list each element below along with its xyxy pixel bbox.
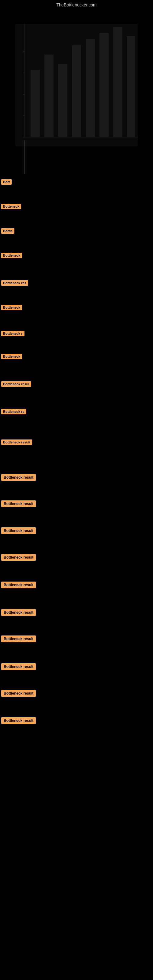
chart-area bbox=[0, 9, 153, 177]
bottleneck-item-9: Bottleneck resul bbox=[1, 379, 32, 389]
bottleneck-item-2: Botteneck bbox=[1, 202, 22, 211]
bottleneck-item-7: Bottleneck r bbox=[1, 329, 25, 338]
bottleneck-label-12: Bottleneck result bbox=[1, 474, 36, 481]
bottleneck-item-14: Bottleneck result bbox=[1, 525, 37, 536]
results-container: Bott Botteneck Bottle Bottleneck Bottlen… bbox=[0, 177, 153, 744]
bottleneck-label-17: Bottleneck result bbox=[1, 609, 36, 616]
bottleneck-item-5: Bottleneck res bbox=[1, 278, 29, 288]
bottleneck-item-4: Bottleneck bbox=[1, 250, 22, 260]
bottleneck-item-19: Bottleneck result bbox=[1, 662, 37, 672]
bottleneck-label-4: Bottleneck bbox=[1, 253, 22, 258]
bottleneck-item-6: Bottleneck bbox=[1, 302, 22, 312]
svg-rect-11 bbox=[127, 36, 135, 137]
bottleneck-item-12: Bottleneck result bbox=[1, 472, 37, 483]
svg-rect-6 bbox=[58, 64, 67, 137]
bottleneck-item-10: Bottleneck re bbox=[1, 407, 27, 416]
svg-rect-7 bbox=[72, 45, 81, 137]
bottleneck-item-20: Bottleneck result bbox=[1, 688, 37, 698]
bottleneck-label-6: Bottleneck bbox=[1, 305, 22, 310]
bottleneck-item-3: Bottle bbox=[1, 226, 15, 235]
bottleneck-label-18: Bottleneck result bbox=[1, 635, 36, 642]
bottleneck-label-8: Bottleneck bbox=[1, 354, 22, 359]
bottleneck-label-5: Bottleneck res bbox=[1, 280, 28, 286]
bottleneck-item-11: Bottleneck result bbox=[1, 438, 33, 447]
site-title: TheBottlenecker.com bbox=[0, 0, 153, 9]
bottleneck-item-16: Bottleneck result bbox=[1, 580, 37, 590]
bottleneck-label-1: Bott bbox=[1, 179, 12, 185]
bottleneck-item-1: Bott bbox=[1, 177, 12, 186]
bottleneck-label-14: Bottleneck result bbox=[1, 527, 36, 534]
svg-rect-10 bbox=[113, 27, 123, 137]
bottleneck-item-21: Bottleneck result bbox=[1, 715, 37, 726]
svg-rect-5 bbox=[45, 54, 54, 137]
bottleneck-label-21: Bottleneck result bbox=[1, 717, 36, 724]
bottleneck-label-15: Bottleneck result bbox=[1, 554, 36, 561]
bottleneck-item-15: Bottleneck result bbox=[1, 552, 37, 563]
bottleneck-item-17: Bottleneck result bbox=[1, 607, 37, 618]
bottleneck-item-8: Bottleneck bbox=[1, 352, 22, 361]
bottleneck-item-18: Bottleneck result bbox=[1, 634, 37, 644]
bottleneck-label-7: Bottleneck r bbox=[1, 331, 24, 336]
bottleneck-label-10: Bottleneck re bbox=[1, 409, 26, 414]
bottleneck-label-11: Bottleneck result bbox=[1, 439, 32, 445]
bottleneck-label-16: Bottleneck result bbox=[1, 582, 36, 588]
bottleneck-label-2: Botteneck bbox=[1, 204, 21, 209]
bottleneck-item-13: Bottleneck result bbox=[1, 499, 37, 509]
bottleneck-label-19: Bottleneck result bbox=[1, 663, 36, 670]
svg-rect-8 bbox=[86, 39, 95, 137]
svg-rect-9 bbox=[99, 33, 108, 137]
bottleneck-label-3: Bottle bbox=[1, 228, 14, 234]
svg-rect-4 bbox=[30, 70, 40, 137]
bottleneck-label-20: Bottleneck result bbox=[1, 690, 36, 697]
bottleneck-label-13: Bottleneck result bbox=[1, 500, 36, 507]
bottleneck-label-9: Bottleneck resul bbox=[1, 381, 31, 387]
